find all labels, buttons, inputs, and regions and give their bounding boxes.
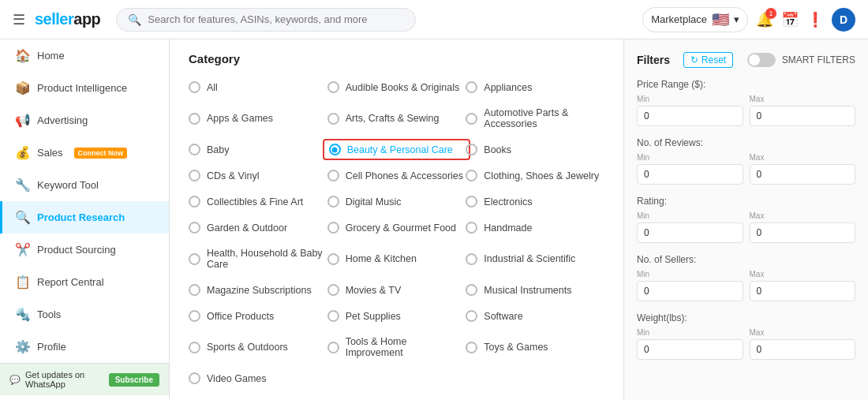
category-label-home-kitchen: Home & Kitchen xyxy=(346,253,417,264)
category-item-garden[interactable]: Garden & Outdoor xyxy=(189,219,327,237)
radio-handmade[interactable] xyxy=(466,222,477,234)
category-item-grocery[interactable]: Grocery & Gourmet Food xyxy=(327,219,466,237)
radio-apps[interactable] xyxy=(189,113,200,125)
category-item-collectibles[interactable]: Collectibles & Fine Art xyxy=(189,193,327,211)
filter-min-weight-input[interactable] xyxy=(637,339,743,360)
filter-max-weight-input[interactable] xyxy=(750,339,856,360)
filter-max-reviews-input[interactable] xyxy=(750,164,856,185)
subscribe-button[interactable]: Subscribe xyxy=(109,373,159,387)
radio-arts[interactable] xyxy=(327,113,339,125)
category-item-industrial[interactable]: Industrial & Scientific xyxy=(466,245,604,273)
radio-electronics[interactable] xyxy=(466,196,477,207)
radio-beauty[interactable] xyxy=(329,144,341,155)
alert-icon[interactable]: ❗ xyxy=(806,11,824,28)
category-item-cds[interactable]: CDs & Vinyl xyxy=(189,166,327,185)
radio-cellphones[interactable] xyxy=(327,170,339,181)
category-item-books[interactable]: Books xyxy=(466,140,604,159)
sidebar-item-keyword-tool[interactable]: 🔧 Keyword Tool xyxy=(0,169,169,201)
radio-appliances[interactable] xyxy=(466,81,477,93)
avatar[interactable]: D xyxy=(832,8,855,32)
filters-title: Filters xyxy=(637,54,670,66)
category-item-toys[interactable]: Toys & Games xyxy=(466,333,604,361)
radio-audible[interactable] xyxy=(327,81,339,93)
filter-max-price-input[interactable] xyxy=(750,106,856,126)
radio-grocery[interactable] xyxy=(327,222,339,234)
category-item-beauty[interactable]: Beauty & Personal Care xyxy=(323,139,471,160)
sidebar-item-product-sourcing[interactable]: ✂️ Product Sourcing xyxy=(0,234,169,266)
radio-cds[interactable] xyxy=(189,170,200,181)
category-item-health[interactable]: Health, Household & Baby Care xyxy=(189,245,327,273)
radio-digital[interactable] xyxy=(327,196,339,207)
search-bar[interactable]: 🔍 xyxy=(116,8,416,32)
category-item-handmade[interactable]: Handmade xyxy=(466,219,604,237)
category-item-cellphones[interactable]: Cell Phones & Accessories xyxy=(327,166,466,185)
sidebar-item-profile[interactable]: ⚙️ Profile xyxy=(0,331,169,363)
category-item-clothing[interactable]: Clothing, Shoes & Jewelry xyxy=(466,166,604,185)
filter-min-price-input[interactable] xyxy=(637,106,743,126)
category-item-automotive[interactable]: Automotive Parts & Accessories xyxy=(466,104,604,133)
category-item-pet[interactable]: Pet Supplies xyxy=(327,307,466,325)
category-item-magazine[interactable]: Magazine Subscriptions xyxy=(189,281,327,299)
filter-min-sellers-input[interactable] xyxy=(637,281,743,301)
category-item-software[interactable]: Software xyxy=(466,307,604,325)
notification-bell[interactable]: 🔔 1 xyxy=(756,11,773,28)
smart-filters-toggle[interactable] xyxy=(747,53,776,67)
radio-magazine[interactable] xyxy=(189,284,200,296)
logo: sellerapp xyxy=(35,10,100,28)
radio-health[interactable] xyxy=(189,253,200,265)
radio-all[interactable] xyxy=(189,81,200,93)
category-item-office[interactable]: Office Products xyxy=(189,307,327,325)
radio-office[interactable] xyxy=(189,310,200,322)
sidebar-item-sales[interactable]: 💰 Sales Connect Now xyxy=(0,136,169,169)
radio-sports[interactable] xyxy=(189,342,200,353)
radio-clothing[interactable] xyxy=(466,170,477,181)
category-item-home-kitchen[interactable]: Home & Kitchen xyxy=(327,245,466,273)
sidebar-item-home[interactable]: 🏠 Home xyxy=(0,39,169,72)
category-item-digital[interactable]: Digital Music xyxy=(327,193,466,211)
radio-movies[interactable] xyxy=(327,284,339,296)
filter-group-rating: Rating: Min Max xyxy=(637,196,855,243)
sidebar-item-advertising[interactable]: 📢 Advertising xyxy=(0,104,169,136)
radio-software[interactable] xyxy=(466,310,477,322)
calendar-icon[interactable]: 📅 xyxy=(781,11,799,28)
filter-min-rating-input[interactable] xyxy=(637,222,743,243)
category-item-tools-home[interactable]: Tools & Home Improvement xyxy=(327,333,466,361)
category-item-musical[interactable]: Musical Instruments xyxy=(466,281,604,299)
sidebar-label-report-central: Report Central xyxy=(37,276,104,288)
sidebar-item-report-central[interactable]: 📋 Report Central xyxy=(0,266,169,298)
category-label-toys: Toys & Games xyxy=(484,342,548,353)
radio-baby[interactable] xyxy=(189,144,200,155)
category-item-electronics[interactable]: Electronics xyxy=(466,193,604,211)
search-input[interactable] xyxy=(148,13,404,25)
radio-home-kitchen[interactable] xyxy=(327,253,339,265)
radio-books[interactable] xyxy=(466,144,477,155)
radio-industrial[interactable] xyxy=(466,253,477,265)
sidebar-item-product-intelligence[interactable]: 📦 Product Intelligence xyxy=(0,72,169,104)
category-item-all[interactable]: All xyxy=(189,78,327,96)
radio-pet[interactable] xyxy=(327,310,339,322)
category-item-arts[interactable]: Arts, Crafts & Sewing xyxy=(327,104,466,133)
filter-max-rating-input[interactable] xyxy=(750,222,856,243)
hamburger-icon[interactable]: ☰ xyxy=(13,11,25,28)
marketplace-button[interactable]: Marketplace 🇺🇸 ▾ xyxy=(642,7,748,32)
category-item-appliances[interactable]: Appliances xyxy=(466,78,604,96)
category-item-sports[interactable]: Sports & Outdoors xyxy=(189,333,327,361)
radio-garden[interactable] xyxy=(189,222,200,234)
sidebar-item-product-research[interactable]: 🔍 Product Research xyxy=(0,201,169,234)
category-item-video[interactable]: Video Games xyxy=(189,369,327,387)
filter-min-reviews-input[interactable] xyxy=(637,164,743,185)
reset-button[interactable]: ↻ Reset xyxy=(683,52,733,68)
category-item-movies[interactable]: Movies & TV xyxy=(327,281,466,299)
radio-toys[interactable] xyxy=(466,342,477,353)
sidebar-item-tools[interactable]: 🔩 Tools xyxy=(0,298,169,331)
radio-video[interactable] xyxy=(189,372,200,384)
category-item-audible[interactable]: Audible Books & Originals xyxy=(327,78,466,96)
category-item-apps[interactable]: Apps & Games xyxy=(189,104,327,133)
radio-automotive[interactable] xyxy=(466,113,477,125)
whatsapp-left: 💬 Get updates on WhatsApp xyxy=(9,370,109,389)
radio-collectibles[interactable] xyxy=(189,196,200,207)
radio-tools-home[interactable] xyxy=(327,342,339,353)
filter-max-sellers-input[interactable] xyxy=(750,281,856,301)
radio-musical[interactable] xyxy=(466,284,477,296)
category-item-baby[interactable]: Baby xyxy=(189,140,327,159)
